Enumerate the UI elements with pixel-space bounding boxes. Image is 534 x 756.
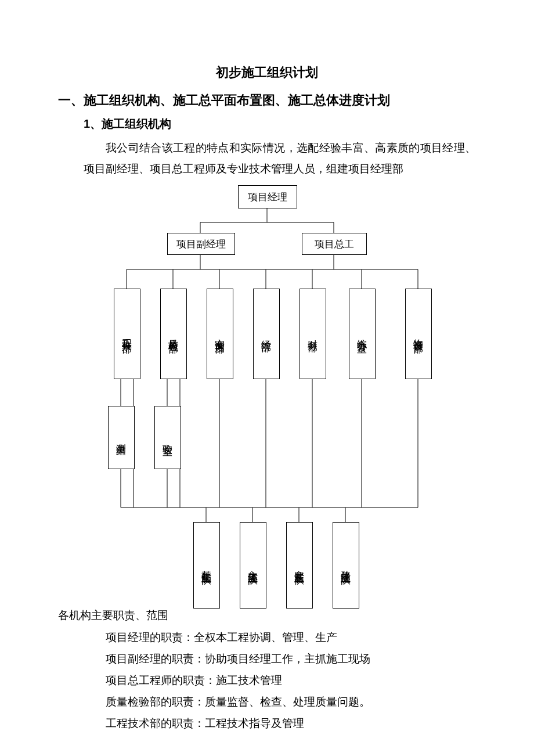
section-subheading-1-1: 1、施工组织机构 xyxy=(84,116,476,132)
org-node-team-1: 主体施工队 xyxy=(240,522,266,609)
document-page: 初步施工组织计划 一、施工组织机构、施工总平面布置图、施工总体进度计划 1、施工… xyxy=(0,0,534,756)
org-node-dept-0: 工程技术部 xyxy=(114,289,140,379)
org-node-dept-4: 财务部 xyxy=(300,289,326,379)
org-node-root: 项目经理 xyxy=(238,185,297,208)
org-node-dept-5: 综合办公室 xyxy=(349,289,376,379)
duty-line-3: 质量检验部的职责：质量监督、检查、处理质量问题。 xyxy=(84,691,476,712)
duty-line-2: 项目总工程师的职责：施工技术管理 xyxy=(84,669,476,691)
paragraph-intro: 我公司结合该工程的特点和实际情况，选配经验丰富、高素质的项目经理、项目副经理、项… xyxy=(84,138,476,179)
org-node-deputy: 项目副经理 xyxy=(167,233,235,255)
org-node-dept-3: 经济部 xyxy=(253,289,280,379)
org-node-dept-2: 安全调度部 xyxy=(207,289,233,379)
org-node-team-3: 装修施工队 xyxy=(333,522,359,609)
org-node-team-0: 基础施工队 xyxy=(193,522,220,609)
org-node-chief-engineer: 项目总工 xyxy=(302,233,367,255)
org-chart: 项目经理 项目副经理 项目总工 工程技术部 质量检验部 安全调度部 经济部 财务… xyxy=(58,185,476,603)
section-heading-1: 一、施工组织机构、施工总平面布置图、施工总体进度计划 xyxy=(58,92,476,109)
duty-line-1: 项目副经理的职责：协助项目经理工作，主抓施工现场 xyxy=(84,648,476,669)
duty-line-0: 项目经理的职责：全权本工程协调、管理、生产 xyxy=(84,627,476,648)
org-node-sub-0: 测量组 xyxy=(108,406,135,469)
org-chart-connectors xyxy=(58,185,476,603)
duty-line-4: 工程技术部的职责：工程技术指导及管理 xyxy=(84,712,476,734)
org-node-dept-6: 物资设备部 xyxy=(405,289,432,379)
document-title: 初步施工组织计划 xyxy=(58,64,476,81)
org-node-dept-1: 质量检验部 xyxy=(160,289,187,379)
org-node-team-2: 安装施工队 xyxy=(286,522,313,609)
duties-heading: 各机构主要职责、范围 xyxy=(58,608,476,623)
org-node-sub-1: 实验室 xyxy=(154,406,181,469)
